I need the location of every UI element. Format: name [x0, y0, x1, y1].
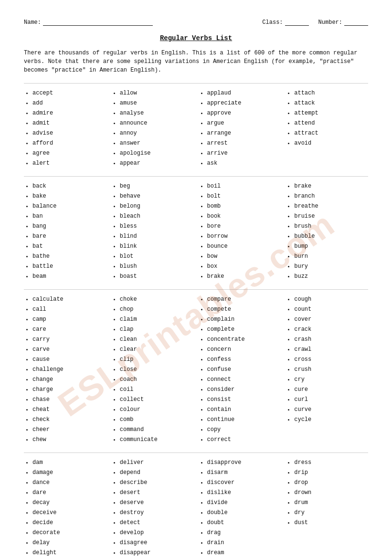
list-item: consist	[207, 395, 281, 405]
list-item: crush	[294, 365, 368, 375]
list-item: burn	[294, 252, 368, 262]
list-item: bubble	[294, 232, 368, 242]
class-field	[285, 19, 309, 26]
intro-text: There are thousands of regular verbs in …	[24, 49, 368, 74]
list-item: dream	[207, 548, 281, 558]
list-item: alert	[32, 158, 106, 168]
sections-container: acceptaddadmireadmitadviseaffordagreeale…	[24, 83, 368, 558]
list-item: attract	[294, 128, 368, 138]
list-item: applaud	[207, 88, 281, 98]
list-item: disappear	[120, 548, 194, 558]
list-item: comb	[120, 415, 194, 425]
list-item: blush	[120, 262, 194, 272]
list-item: delight	[32, 548, 106, 558]
list-item: contain	[207, 405, 281, 415]
list-item: buzz	[294, 272, 368, 282]
list-item: attend	[294, 118, 368, 128]
list-item: apologise	[120, 148, 194, 158]
list-item: disapprove	[207, 458, 281, 468]
verb-section-0: acceptaddadmireadmitadviseaffordagreeale…	[24, 83, 368, 168]
list-item: drip	[294, 468, 368, 478]
list-item: attack	[294, 98, 368, 108]
verb-column-col1: calculatecallcampcarecarrycarvecausechal…	[24, 295, 106, 445]
list-item: analyse	[120, 108, 194, 118]
list-item: allow	[120, 88, 194, 98]
list-item: bat	[32, 242, 106, 252]
list-item: disarm	[207, 468, 281, 478]
list-item: belong	[120, 201, 194, 211]
list-item: back	[32, 181, 106, 191]
list-item: carve	[32, 345, 106, 355]
list-item: dare	[32, 488, 106, 498]
list-item: confuse	[207, 365, 281, 375]
list-item: bare	[32, 232, 106, 242]
list-item: consider	[207, 385, 281, 395]
number-field	[344, 19, 368, 26]
list-item: clean	[120, 335, 194, 345]
verb-column-col1: acceptaddadmireadmitadviseaffordagreeale…	[24, 88, 106, 168]
list-item: complete	[207, 325, 281, 335]
list-item: deserve	[120, 498, 194, 508]
verb-column-col2: allowamuseanalyseannounceannoyanswerapol…	[111, 88, 194, 168]
list-item: agree	[32, 148, 106, 158]
list-item: bury	[294, 262, 368, 272]
list-item: compete	[207, 305, 281, 315]
list-item: argue	[207, 118, 281, 128]
list-item: bruise	[294, 211, 368, 221]
list-item: copy	[207, 425, 281, 435]
list-item: bomb	[207, 201, 281, 211]
list-item: appear	[120, 158, 194, 168]
list-item: announce	[120, 118, 194, 128]
list-item: behave	[120, 191, 194, 201]
verb-column-col4: attachattackattemptattendattractavoid	[286, 88, 368, 168]
list-item: beg	[120, 181, 194, 191]
verb-column-col4: dressdripdropdrowndrumdrydust	[286, 458, 368, 558]
verb-column-col1: backbakebalancebanbangbarebatbathebattle…	[24, 181, 106, 282]
list-item: calculate	[32, 295, 106, 305]
list-item: cure	[294, 385, 368, 395]
verb-column-col3: comparecompetecomplaincompleteconcentrat…	[199, 295, 281, 445]
verb-column-col3: applaudappreciateapprovearguearrangearre…	[199, 88, 281, 168]
list-item: check	[32, 415, 106, 425]
list-item: attach	[294, 88, 368, 98]
list-item: brake	[207, 272, 281, 282]
list-item: compare	[207, 295, 281, 305]
list-item: ask	[207, 158, 281, 168]
list-item: cycle	[294, 415, 368, 425]
list-item: add	[32, 98, 106, 108]
verb-column-col3: boilboltbombbookboreborrowbouncebowboxbr…	[199, 181, 281, 282]
list-item: advise	[32, 128, 106, 138]
list-item: curl	[294, 395, 368, 405]
list-item: crawl	[294, 345, 368, 355]
list-item: beam	[32, 272, 106, 282]
list-item: decorate	[32, 528, 106, 538]
list-item: deceive	[32, 508, 106, 518]
list-item: boil	[207, 181, 281, 191]
list-item: destroy	[120, 508, 194, 518]
list-item: carry	[32, 335, 106, 345]
list-item: afford	[32, 138, 106, 148]
list-item: bless	[120, 221, 194, 232]
list-item: challenge	[32, 365, 106, 375]
list-item: cough	[294, 295, 368, 305]
list-item: bleach	[120, 211, 194, 221]
list-item: arrange	[207, 128, 281, 138]
list-item: close	[120, 365, 194, 375]
list-item: delay	[32, 538, 106, 548]
list-item: amuse	[120, 98, 194, 108]
list-item: brush	[294, 221, 368, 232]
list-item: dust	[294, 518, 368, 528]
list-item: book	[207, 211, 281, 221]
list-item: bump	[294, 242, 368, 252]
header: Name: Class: Number:	[24, 19, 368, 26]
list-item: arrive	[207, 148, 281, 158]
list-item: drum	[294, 498, 368, 508]
list-item: care	[32, 325, 106, 335]
verb-section-1: backbakebalancebanbangbarebatbathebattle…	[24, 176, 368, 282]
list-item: complain	[207, 315, 281, 325]
list-item: balance	[32, 201, 106, 211]
list-item: chew	[32, 435, 106, 445]
list-item: crash	[294, 335, 368, 345]
list-item: attempt	[294, 108, 368, 118]
class-label: Class:	[262, 19, 283, 26]
